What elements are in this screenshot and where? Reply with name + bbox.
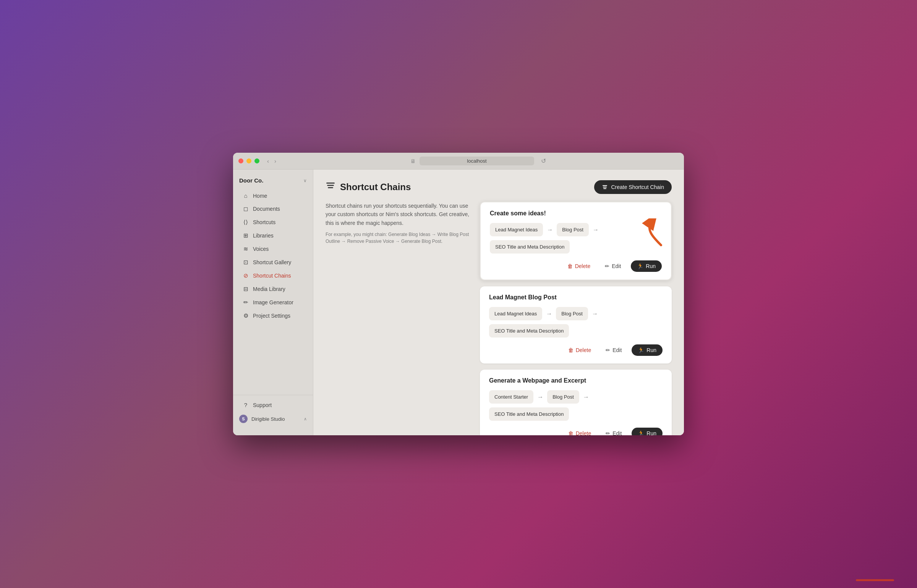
chain-step-0-2: SEO Title and Meta Description [490,240,570,254]
reload-icon[interactable]: ↺ [541,157,546,165]
page-header: Shortcut Chains Create Shortcut Chain [326,180,672,194]
delete-label-1: Delete [576,347,591,353]
run-button-1[interactable]: 🏃 Run [632,344,663,356]
svg-rect-2 [328,187,333,188]
edit-label-1: Edit [612,347,622,353]
media-icon: ⊟ [242,286,249,292]
sidebar-label-image-generator: Image Generator [253,299,293,305]
edit-button-0[interactable]: ✏ Edit [600,261,625,271]
run-icon-2: 🏃 [638,430,644,435]
sidebar-label-project-settings: Project Settings [253,313,290,319]
svg-rect-4 [603,187,607,187]
sidebar-item-project-settings[interactable]: ⚙ Project Settings [236,309,310,322]
sidebar-item-documents[interactable]: ◻ Documents [236,202,310,215]
chain-arrow-0-1: → [593,226,599,233]
documents-icon: ◻ [242,205,249,212]
chain-card-0: Create some ideas! Lead Magnet Ideas → B… [480,202,672,280]
create-shortcut-chain-button[interactable]: Create Shortcut Chain [594,180,672,194]
nav-arrows: ‹ › [266,157,278,165]
sidebar-item-shortcuts[interactable]: ⟨⟩ Shortcuts [236,216,310,229]
brand-chevron[interactable]: ∨ [303,178,307,183]
svg-rect-3 [603,185,607,186]
chain-actions-2: 🗑 Delete ✏ Edit 🏃 Run [489,428,663,435]
sidebar-label-support: Support [253,402,272,408]
forward-arrow[interactable]: › [273,157,278,165]
back-arrow[interactable]: ‹ [266,157,271,165]
user-chevron[interactable]: ∧ [304,417,307,422]
delete-button-1[interactable]: 🗑 Delete [564,345,596,355]
title-bar: ‹ › 🖥 localhost ↺ [233,153,684,170]
sidebar-item-image-generator[interactable]: ✏ Image Generator [236,296,310,309]
chain-arrow-2-1: → [583,394,589,401]
edit-icon-0: ✏ [605,263,609,269]
minimize-dot[interactable] [246,158,251,163]
chain-step-1-0: Lead Magnet Ideas [489,307,542,320]
user-name: Dirigible Studio [251,416,285,422]
window-controls [238,158,259,163]
voices-icon: ≋ [242,246,249,252]
run-icon-0: 🏃 [637,263,643,269]
svg-rect-1 [327,185,334,186]
chain-step-0-1: Blog Post [557,223,589,236]
sidebar-label-shortcut-chains: Shortcut Chains [253,273,291,279]
chain-step-2-0: Content Starter [489,390,533,404]
run-label-1: Run [646,347,656,353]
edit-button-2[interactable]: ✏ Edit [601,428,626,435]
chain-step-1-1: Blog Post [556,307,588,320]
run-label-2: Run [646,430,656,435]
sidebar-label-shortcut-gallery: Shortcut Gallery [253,259,291,265]
sidebar-label-media-library: Media Library [253,286,285,292]
sidebar-item-home[interactable]: ⌂ Home [236,189,310,202]
sidebar-nav: ⌂ Home ◻ Documents ⟨⟩ Shortcuts ⊞ Librar… [233,189,313,395]
chain-step-1-2: SEO Title and Meta Description [489,324,569,338]
chain-step-0-0: Lead Magnet Ideas [490,223,543,236]
main-content: Shortcut Chains Create Shortcut Chain Sh… [313,170,684,435]
delete-label-2: Delete [576,430,591,435]
brand-name: Door Co. [239,177,263,184]
sidebar-item-voices[interactable]: ≋ Voices [236,242,310,255]
run-label-0: Run [646,263,656,269]
edit-button-1[interactable]: ✏ Edit [601,345,626,355]
delete-icon-1: 🗑 [568,347,574,353]
url-input[interactable]: localhost [420,157,534,165]
delete-icon-2: 🗑 [568,430,574,435]
sidebar-item-support[interactable]: ? Support [236,399,310,411]
page-description: Shortcut chains run your shortcuts seque… [326,202,471,227]
chain-step-2-2: SEO Title and Meta Description [489,407,569,421]
sidebar-label-documents: Documents [253,206,280,212]
shortcuts-icon: ⟨⟩ [242,219,249,226]
close-dot[interactable] [238,158,243,163]
settings-icon: ⚙ [242,312,249,319]
page-title: Shortcut Chains [340,182,411,192]
description-area: Shortcut chains run your shortcuts seque… [326,202,471,435]
support-icon: ? [242,402,249,408]
chain-steps-1: Lead Magnet Ideas → Blog Post → SEO Titl… [489,307,663,338]
edit-label-2: Edit [612,430,622,435]
chain-step-2-1: Blog Post [547,390,579,404]
delete-button-0[interactable]: 🗑 Delete [563,261,595,271]
delete-icon-0: 🗑 [567,263,573,269]
delete-label-0: Delete [575,263,590,269]
user-avatar: S [239,415,248,423]
sidebar-user[interactable]: S Dirigible Studio ∧ [233,412,313,426]
run-button-2[interactable]: 🏃 Run [632,428,663,435]
create-chain-icon [602,184,608,190]
run-icon-1: 🏃 [638,347,644,353]
maximize-dot[interactable] [254,158,259,163]
sidebar-item-shortcut-gallery[interactable]: ⊡ Shortcut Gallery [236,256,310,269]
chain-arrow-1-0: → [546,310,552,317]
run-button-0[interactable]: 🏃 Run [631,260,662,272]
chain-steps-0: Lead Magnet Ideas → Blog Post → SEO Titl… [490,223,662,254]
sidebar-item-media-library[interactable]: ⊟ Media Library [236,283,310,296]
edit-icon-1: ✏ [606,347,610,353]
delete-button-2[interactable]: 🗑 Delete [564,428,596,435]
cards-area: Create some ideas! Lead Magnet Ideas → B… [480,202,672,435]
chain-title-1: Lead Magnet Blog Post [489,294,663,301]
chain-title-2: Generate a Webpage and Excerpt [489,377,663,384]
svg-rect-5 [603,188,606,189]
chain-arrow-1-1: → [592,310,598,317]
app-body: Door Co. ∨ ⌂ Home ◻ Documents ⟨⟩ Shortcu… [233,170,684,435]
sidebar-item-shortcut-chains[interactable]: ⊘ Shortcut Chains [236,269,310,282]
create-button-label: Create Shortcut Chain [611,184,664,190]
sidebar-item-libraries[interactable]: ⊞ Libraries [236,229,310,242]
